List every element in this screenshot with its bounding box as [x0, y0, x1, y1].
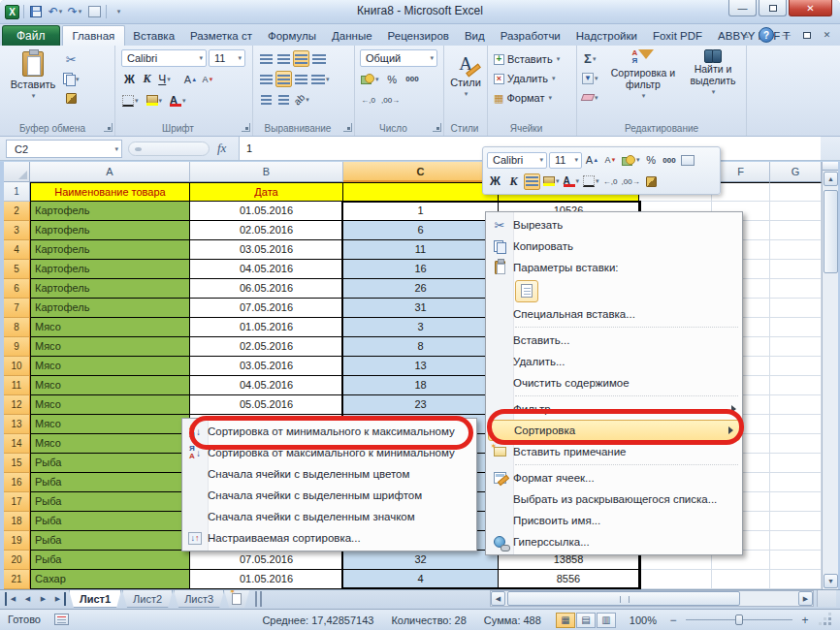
wrap-text-button[interactable] — [310, 50, 327, 67]
grow-font-button[interactable]: А▲ — [182, 71, 199, 87]
sheet-tab-Лист3[interactable]: Лист3 — [174, 590, 224, 608]
cell-A21[interactable]: Сахар — [30, 570, 190, 589]
cell-B8[interactable]: 01.05.2016 — [190, 318, 343, 337]
cell-G20[interactable] — [770, 551, 822, 570]
clear-button[interactable]: ▾ — [581, 89, 599, 106]
cell-B4[interactable]: 03.05.2016 — [190, 240, 343, 260]
tab-file[interactable]: Файл — [2, 25, 60, 46]
column-header-G[interactable]: G — [770, 162, 822, 182]
number-format-select[interactable]: Общий▾ — [360, 49, 437, 67]
row-header-6[interactable]: 6 — [4, 279, 30, 299]
fill-color-button[interactable]: ▾ — [145, 92, 164, 109]
accounting-format-button[interactable]: ▾ — [360, 71, 380, 87]
row-header-19[interactable]: 19 — [4, 531, 30, 551]
tab-Формулы[interactable]: Формулы — [260, 25, 324, 46]
mini-accounting-button[interactable]: ▾ — [621, 152, 641, 169]
cell-C3[interactable]: 6 — [343, 221, 499, 240]
menu-item-сначалаячейкисвыделеннымшрифтом[interactable]: Сначала ячейки с выделенным шрифтом — [182, 485, 476, 506]
mini-format-painter-button[interactable] — [643, 173, 660, 190]
cell-G6[interactable] — [770, 279, 822, 299]
format-cells-button[interactable]: ▦Формат▾ — [494, 89, 560, 107]
normal-view-button[interactable]: ▦ — [556, 613, 575, 628]
scrollbar-resize-handle[interactable] — [817, 590, 836, 607]
cell-A20[interactable]: Рыба — [30, 551, 190, 570]
cell-G1[interactable] — [770, 182, 822, 202]
row-header-5[interactable]: 5 — [4, 260, 30, 279]
menu-item-фильтр[interactable]: Фильтр — [486, 398, 742, 420]
sheet-tab-Лист2[interactable]: Лист2 — [122, 590, 173, 608]
cell-A5[interactable]: Картофель — [30, 260, 190, 279]
menu-item-гиперссылка[interactable]: Гиперссылка... — [486, 531, 742, 552]
cell-G12[interactable] — [770, 395, 822, 415]
minimize-ribbon-icon[interactable]: ▵ — [738, 28, 755, 43]
menu-item-сортировкаотминимальногокмаксимальному[interactable]: АЯ↓Сортировка от минимального к максимал… — [182, 421, 476, 442]
row-header-11[interactable]: 11 — [4, 376, 30, 395]
font-color-button[interactable]: А▾ — [169, 92, 187, 109]
mini-size-select[interactable]: 11▾ — [549, 152, 582, 169]
cell-B9[interactable]: 02.05.2016 — [190, 337, 343, 357]
cell-F21[interactable] — [712, 570, 770, 589]
align-center-button[interactable] — [275, 71, 292, 87]
column-header-C[interactable]: C — [343, 162, 499, 182]
cell-A10[interactable]: Мясо — [30, 357, 190, 376]
format-painter-button[interactable] — [62, 90, 81, 107]
cell-G7[interactable] — [770, 299, 822, 318]
cell-C20[interactable]: 32 — [343, 551, 499, 570]
delete-cells-button[interactable]: ×Удалить▾ — [494, 70, 560, 87]
next-sheet-button[interactable]: ▶ — [36, 592, 50, 606]
increase-indent-button[interactable] — [275, 91, 292, 108]
decrease-indent-button[interactable] — [258, 91, 275, 108]
cell-G14[interactable] — [770, 434, 822, 454]
last-sheet-button[interactable]: ▶ — [51, 592, 66, 606]
cell-A6[interactable]: Картофель — [30, 279, 190, 299]
mini-grow-font-button[interactable]: А▲ — [584, 152, 600, 169]
cell-A4[interactable]: Картофель — [30, 240, 190, 260]
row-header-14[interactable]: 14 — [4, 434, 30, 454]
column-header-A[interactable]: A — [30, 162, 190, 182]
tab-splitter[interactable] — [255, 591, 262, 607]
copy-button[interactable]: ▾ — [62, 71, 81, 87]
cell-A17[interactable]: Рыба — [30, 492, 190, 512]
horizontal-scroll-thumb[interactable] — [507, 591, 740, 606]
cell-B5[interactable]: 04.05.2016 — [190, 260, 343, 279]
menu-item-вставить[interactable]: Вставить... — [486, 330, 742, 351]
scroll-up-button[interactable]: ▲ — [824, 172, 838, 186]
autosum-button[interactable]: Σ▾ — [581, 50, 599, 67]
menu-item-вставитьпримечание[interactable]: Вставить примечание — [486, 441, 742, 462]
menu-item-сначалаячейкисвыделеннымзначком[interactable]: Сначала ячейки с выделенным значком — [182, 506, 476, 527]
cell-B12[interactable]: 05.05.2016 — [190, 395, 343, 415]
row-header-1[interactable]: 1 — [4, 182, 30, 202]
cell-G8[interactable] — [770, 318, 822, 337]
cell-G21[interactable] — [770, 570, 822, 589]
comma-style-button[interactable]: 000 — [404, 71, 421, 87]
mini-merge-button[interactable] — [680, 152, 696, 169]
cell-G9[interactable] — [770, 337, 822, 357]
tab-Данные[interactable]: Данные — [324, 25, 380, 46]
cell-G3[interactable] — [770, 221, 822, 240]
row-header-9[interactable]: 9 — [4, 337, 30, 357]
tab-Разработчи[interactable]: Разработчи — [493, 25, 568, 46]
fill-button[interactable]: ▼▾ — [581, 70, 599, 86]
page-layout-view-button[interactable]: ▤ — [576, 613, 596, 628]
merge-center-button[interactable]: ▾ — [310, 71, 331, 87]
tab-Foxit PDF[interactable]: Foxit PDF — [645, 25, 710, 46]
mini-fill-color-button[interactable]: ▾ — [542, 173, 561, 190]
cell-B6[interactable]: 06.05.2016 — [190, 279, 343, 299]
shrink-font-button[interactable]: А▼ — [200, 71, 216, 87]
tab-Разметка ст[interactable]: Разметка ст — [182, 25, 260, 46]
cell-A14[interactable]: Мясо — [30, 434, 190, 454]
cell-B2[interactable]: 01.05.2016 — [190, 202, 343, 221]
menu-item-очиститьсодержимое[interactable]: Очистить содержимое — [486, 372, 742, 394]
clipboard-dialog-launcher[interactable] — [104, 123, 113, 132]
insert-cells-button[interactable]: +Вставить▾ — [494, 50, 560, 68]
cell-A15[interactable]: Рыба — [30, 454, 190, 473]
cell-B3[interactable]: 02.05.2016 — [190, 221, 343, 240]
mini-comma-button[interactable]: 000 — [662, 152, 678, 169]
mini-center-button[interactable] — [524, 173, 540, 190]
mini-shrink-font-button[interactable]: А▼ — [602, 152, 619, 169]
page-break-view-button[interactable]: ▥ — [597, 613, 616, 628]
cell-G4[interactable] — [770, 240, 822, 260]
workbook-close-icon[interactable]: ✕ — [819, 28, 835, 43]
styles-button[interactable]: А Стили ▾ — [448, 53, 483, 98]
menu-item-сначалаячейкисвыделеннымцветом[interactable]: Сначала ячейки с выделенным цветом — [182, 463, 476, 485]
